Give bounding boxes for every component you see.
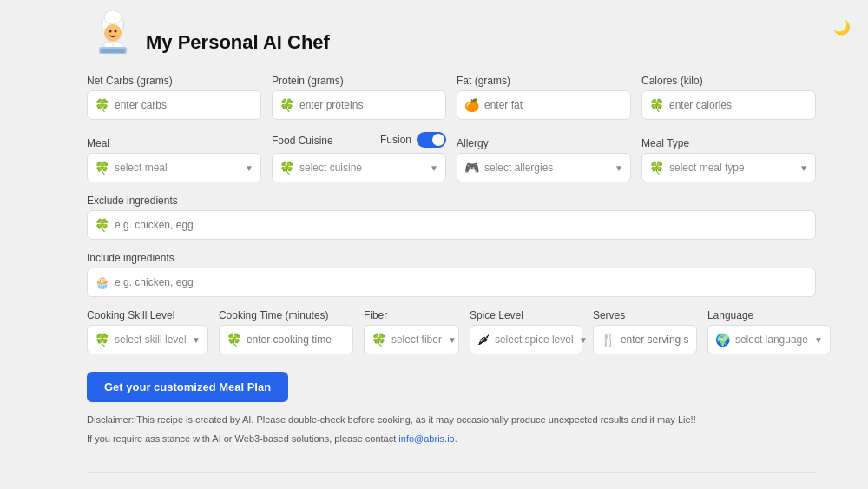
fusion-label: Fusion — [380, 134, 411, 146]
net-carbs-group: Net Carbs (grams) 🍀 — [87, 75, 261, 120]
cooking-skill-group: Cooking Skill Level 🍀 select skill level… — [87, 309, 208, 354]
food-cuisine-select-wrapper[interactable]: 🍀 select cuisine ▼ — [272, 153, 446, 182]
exclude-ingredients-group: Exclude ingredients 🍀 — [87, 195, 816, 240]
allergy-group: Allergy 🎮 select allergies ▼ — [457, 137, 631, 182]
allergy-select-wrapper[interactable]: 🎮 select allergies ▼ — [457, 153, 631, 182]
calories-input-wrapper: 🍀 — [641, 90, 816, 120]
serves-icon: 🍴 — [601, 333, 615, 347]
include-ingredients-input[interactable] — [115, 276, 808, 288]
serves-group: Serves 🍴 — [593, 309, 697, 354]
exclude-ingredients-input[interactable] — [115, 219, 808, 231]
language-icon: 🌍 — [715, 333, 730, 347]
cooking-skill-chevron-icon: ▼ — [192, 335, 201, 345]
fusion-toggle[interactable] — [417, 132, 446, 148]
cooking-time-group: Cooking Time (minutes) 🍀 — [219, 309, 353, 354]
cooking-time-input[interactable] — [247, 334, 345, 346]
cooking-skill-select[interactable]: select skill level — [115, 334, 187, 346]
include-ingredients-label: Include ingredients — [87, 252, 816, 264]
protein-icon: 🍀 — [279, 98, 294, 112]
meal-type-group: Meal Type 🍀 select meal type ▼ — [641, 137, 816, 182]
spice-level-icon: 🌶 — [477, 333, 490, 347]
food-cuisine-icon: 🍀 — [279, 161, 294, 175]
fat-input[interactable] — [484, 99, 623, 111]
language-chevron-icon: ▼ — [814, 335, 823, 345]
calories-label: Calores (kilo) — [641, 75, 816, 87]
meal-type-icon: 🍀 — [649, 161, 664, 175]
calories-input[interactable] — [669, 99, 808, 111]
app-title: My Personal AI Chef — [146, 31, 330, 59]
meal-type-label: Meal Type — [641, 137, 816, 149]
svg-rect-10 — [101, 49, 125, 53]
allergy-chevron-icon: ▼ — [615, 163, 623, 173]
fiber-chevron-icon: ▼ — [448, 335, 457, 345]
serves-input[interactable] — [621, 334, 689, 346]
meal-group: Meal 🍀 select meal ▼ — [87, 137, 261, 182]
include-icon: 🧁 — [95, 275, 109, 289]
protein-input-wrapper: 🍀 — [272, 90, 446, 120]
cooking-skill-label: Cooking Skill Level — [87, 309, 208, 321]
svg-point-7 — [112, 44, 114, 46]
exclude-ingredients-label: Exclude ingredients — [87, 195, 816, 207]
dark-mode-toggle[interactable]: 🌙 — [833, 19, 851, 36]
meal-type-select-wrapper[interactable]: 🍀 select meal type ▼ — [641, 153, 816, 182]
disclaimer: Disclaimer: This recipe is created by AI… — [87, 413, 816, 428]
meal-label: Meal — [87, 137, 261, 149]
allergy-label: Allergy — [457, 137, 631, 149]
svg-point-2 — [104, 10, 122, 24]
calories-group: Calores (kilo) 🍀 — [641, 75, 816, 120]
chef-logo — [87, 7, 139, 59]
meal-chevron-icon: ▼ — [245, 163, 253, 173]
header: My Personal AI Chef — [87, 0, 816, 59]
svg-point-3 — [104, 24, 122, 42]
disclaimer-period: . — [455, 433, 457, 444]
form-row-2: Meal 🍀 select meal ▼ Food Cuisine Fusion — [87, 132, 816, 182]
form-row-1: Net Carbs (grams) 🍀 Protein (grams) 🍀 Fa… — [87, 75, 816, 120]
language-select[interactable]: select language — [735, 334, 809, 346]
net-carbs-icon: 🍀 — [95, 98, 109, 112]
fiber-select-wrapper[interactable]: 🍀 select fiber ▼ — [364, 325, 459, 354]
spice-level-group: Spice Level 🌶 select spice level ▼ — [470, 309, 582, 354]
protein-group: Protein (grams) 🍀 — [272, 75, 446, 120]
cta-button[interactable]: Get your customized Meal Plan — [87, 372, 288, 402]
form-row-3: Exclude ingredients 🍀 — [87, 195, 816, 240]
cooking-skill-icon: 🍀 — [95, 333, 109, 347]
fat-icon: 🍊 — [464, 98, 479, 112]
disclaimer-link[interactable]: info@abris.io — [398, 433, 454, 444]
food-cuisine-select[interactable]: select cuisine — [299, 162, 424, 174]
serves-input-wrapper: 🍴 — [593, 325, 697, 354]
exclude-ingredients-input-wrapper: 🍀 — [87, 210, 816, 240]
disclaimer-line2: If you require assistance with AI or Web… — [87, 432, 816, 447]
food-cuisine-group: Food Cuisine Fusion 🍀 select cuisine ▼ — [272, 132, 446, 182]
form-section: Net Carbs (grams) 🍀 Protein (grams) 🍀 Fa… — [87, 75, 816, 446]
fiber-group: Fiber 🍀 select fiber ▼ — [364, 309, 459, 354]
include-ingredients-group: Include ingredients 🧁 — [87, 252, 816, 297]
meal-select-wrapper[interactable]: 🍀 select meal ▼ — [87, 153, 261, 182]
fiber-icon: 🍀 — [372, 333, 386, 347]
fiber-select[interactable]: select fiber — [391, 334, 443, 346]
spice-level-select-wrapper[interactable]: 🌶 select spice level ▼ — [470, 325, 582, 354]
spice-level-label: Spice Level — [470, 309, 582, 321]
language-group: Language 🌍 select language ▼ — [707, 309, 831, 354]
spice-level-select[interactable]: select spice level — [495, 334, 574, 346]
protein-label: Protein (grams) — [272, 75, 446, 87]
allergy-select[interactable]: select allergies — [484, 162, 609, 174]
net-carbs-input-wrapper: 🍀 — [87, 90, 261, 120]
language-select-wrapper[interactable]: 🌍 select language ▼ — [707, 325, 831, 354]
meal-type-select[interactable]: select meal type — [669, 162, 794, 174]
cooking-time-label: Cooking Time (minutes) — [219, 309, 353, 321]
form-row-4: Include ingredients 🧁 — [87, 252, 816, 297]
meal-select[interactable]: select meal — [115, 162, 240, 174]
language-label: Language — [707, 309, 831, 321]
fusion-toggle-wrapper: Fusion — [380, 132, 446, 149]
net-carbs-input[interactable] — [115, 99, 253, 111]
serves-label: Serves — [593, 309, 697, 321]
protein-input[interactable] — [299, 99, 438, 111]
net-carbs-label: Net Carbs (grams) — [87, 75, 261, 87]
meal-icon: 🍀 — [95, 161, 109, 175]
disclaimer-line1: Disclaimer: This recipe is created by AI… — [87, 414, 696, 425]
cooking-skill-select-wrapper[interactable]: 🍀 select skill level ▼ — [87, 325, 208, 354]
disclaimer-text2: If you require assistance with AI or Web… — [87, 433, 398, 444]
svg-point-4 — [109, 30, 112, 33]
include-ingredients-input-wrapper: 🧁 — [87, 268, 816, 297]
moon-icon: 🌙 — [833, 20, 851, 35]
